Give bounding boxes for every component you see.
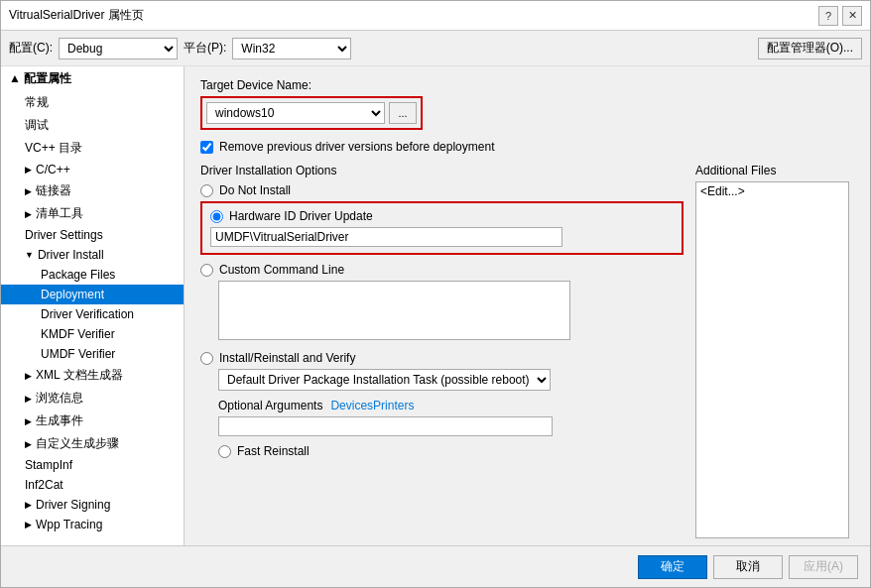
hardware-id-box: Hardware ID Driver Update <box>200 201 684 255</box>
sidebar-item-umdf-verifier[interactable]: UMDF Verifier <box>1 344 184 364</box>
reinstall-label: Install/Reinstall and Verify <box>219 351 355 365</box>
dropdown-row: Default Driver Package Installation Task… <box>218 369 684 391</box>
ok-button[interactable]: 确定 <box>638 555 707 579</box>
do-not-install-radio[interactable] <box>200 184 213 197</box>
target-device-label: Target Device Name: <box>200 78 854 92</box>
custom-cmd-textarea[interactable] <box>218 281 570 340</box>
toolbar: 配置(C): Debug 平台(P): Win32 配置管理器(O)... <box>1 31 870 66</box>
optional-args-row: Optional Arguments DevicesPrinters <box>218 399 684 412</box>
right-column: Additional Files <Edit...> <box>695 164 854 538</box>
driver-install-options-label: Driver Installation Options <box>200 164 684 177</box>
remove-previous-row: Remove previous driver versions before d… <box>200 140 854 154</box>
do-not-install-label: Do Not Install <box>219 183 291 197</box>
hw-id-label: Hardware ID Driver Update <box>229 209 373 223</box>
fast-reinstall-row: Fast Reinstall <box>218 444 684 458</box>
fast-reinstall-radio[interactable] <box>218 445 231 458</box>
sidebar-item-general[interactable]: 常规 <box>1 91 184 114</box>
window-title: VitrualSerialDriver 属性页 <box>9 7 144 24</box>
reinstall-task-select[interactable]: Default Driver Package Installation Task… <box>218 369 551 391</box>
fast-reinstall-label: Fast Reinstall <box>237 444 310 458</box>
reinstall-radio[interactable] <box>200 352 213 365</box>
sidebar-item-kmdf-verifier[interactable]: KMDF Verifier <box>1 324 184 344</box>
help-button[interactable]: ? <box>818 6 838 26</box>
sidebar-item-wpp-tracing[interactable]: ▶Wpp Tracing <box>1 515 184 534</box>
remove-previous-label: Remove previous driver versions before d… <box>219 140 494 154</box>
target-device-select[interactable]: windows10 <box>206 102 385 124</box>
close-button[interactable]: ✕ <box>842 6 862 26</box>
hw-id-radio[interactable] <box>210 210 223 223</box>
sidebar-item-xml-gen[interactable]: ▶XML 文档生成器 <box>1 364 184 387</box>
config-manager-button[interactable]: 配置管理器(O)... <box>758 38 862 59</box>
sidebar-item-vcpp[interactable]: VC++ 目录 <box>1 137 184 160</box>
sidebar-item-inf2cat[interactable]: Inf2Cat <box>1 475 184 495</box>
main-window: VitrualSerialDriver 属性页 ? ✕ 配置(C): Debug… <box>0 0 871 588</box>
browse-button[interactable]: ... <box>389 102 417 124</box>
additional-files-label: Additional Files <box>695 164 854 177</box>
remove-previous-checkbox[interactable] <box>200 141 213 154</box>
sidebar-item-driver-settings[interactable]: Driver Settings <box>1 225 184 245</box>
config-select[interactable]: Debug <box>59 38 178 59</box>
sidebar-item-cpp[interactable]: ▶C/C++ <box>1 160 184 179</box>
custom-cmd-row: Custom Command Line <box>200 263 684 277</box>
optional-args-input[interactable] <box>218 416 553 436</box>
additional-files-edit[interactable]: <Edit...> <box>700 184 745 198</box>
sidebar-item-browse-info[interactable]: ▶浏览信息 <box>1 387 184 410</box>
hw-id-radio-row: Hardware ID Driver Update <box>210 209 674 223</box>
config-label: 配置(C): <box>9 40 53 57</box>
sidebar-item-manifest[interactable]: ▶清单工具 <box>1 202 184 225</box>
sidebar-header-text: ▲ 配置属性 <box>9 70 71 87</box>
platform-label: 平台(P): <box>184 40 226 57</box>
sidebar-item-package-files[interactable]: Package Files <box>1 265 184 285</box>
hw-id-input[interactable] <box>210 227 562 247</box>
custom-cmd-label: Custom Command Line <box>219 263 344 277</box>
two-col-layout: Driver Installation Options Do Not Insta… <box>200 164 854 538</box>
sidebar-item-driver-signing[interactable]: ▶Driver Signing <box>1 495 184 515</box>
sidebar-item-linker[interactable]: ▶链接器 <box>1 179 184 202</box>
title-bar: VitrualSerialDriver 属性页 ? ✕ <box>1 1 870 31</box>
cancel-button[interactable]: 取消 <box>713 555 783 579</box>
optional-args-link[interactable]: DevicesPrinters <box>330 399 414 412</box>
target-device-box: windows10 ... <box>200 96 423 130</box>
platform-select[interactable]: Win32 <box>232 38 351 59</box>
sidebar-item-custom-steps[interactable]: ▶自定义生成步骤 <box>1 432 184 455</box>
sidebar-header: ▲ 配置属性 <box>1 66 184 91</box>
sidebar-item-driver-verification[interactable]: Driver Verification <box>1 304 184 324</box>
footer: 确定 取消 应用(A) <box>1 545 870 587</box>
sidebar: ▲ 配置属性 常规 调试 VC++ 目录 ▶C/C++ ▶链接器 ▶清单工具 D… <box>1 66 185 545</box>
apply-button[interactable]: 应用(A) <box>789 555 858 579</box>
reinstall-section: Install/Reinstall and Verify Default Dri… <box>200 351 684 458</box>
sidebar-item-debug[interactable]: 调试 <box>1 114 184 137</box>
sidebar-item-build-events[interactable]: ▶生成事件 <box>1 410 184 432</box>
custom-cmd-radio[interactable] <box>200 264 213 277</box>
main-content: ▲ 配置属性 常规 调试 VC++ 目录 ▶C/C++ ▶链接器 ▶清单工具 D… <box>1 66 870 545</box>
left-column: Driver Installation Options Do Not Insta… <box>200 164 684 538</box>
sidebar-item-driver-install[interactable]: ▼Driver Install <box>1 245 184 265</box>
sidebar-item-stampinf[interactable]: StampInf <box>1 455 184 475</box>
additional-files-box: <Edit...> <box>695 181 849 538</box>
optional-args-label: Optional Arguments <box>218 399 322 412</box>
title-controls: ? ✕ <box>818 6 862 26</box>
reinstall-row: Install/Reinstall and Verify <box>200 351 684 365</box>
sidebar-item-deployment[interactable]: Deployment <box>1 285 184 304</box>
content-area: Target Device Name: windows10 ... Remove… <box>185 66 870 545</box>
do-not-install-row: Do Not Install <box>200 183 684 197</box>
